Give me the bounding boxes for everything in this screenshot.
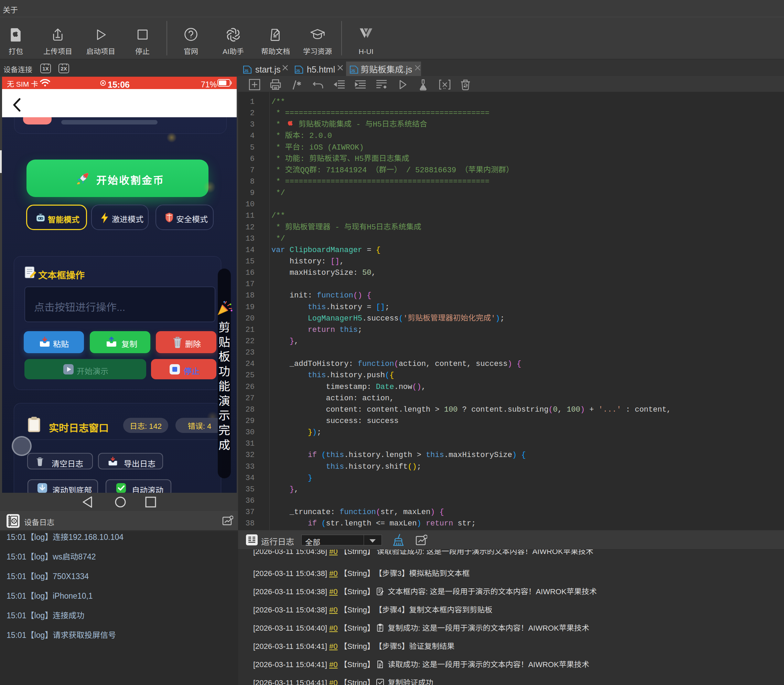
svg-text:JS: JS: [244, 69, 249, 73]
svg-text:JS: JS: [351, 69, 355, 73]
svg-text:JS: JS: [296, 69, 300, 73]
